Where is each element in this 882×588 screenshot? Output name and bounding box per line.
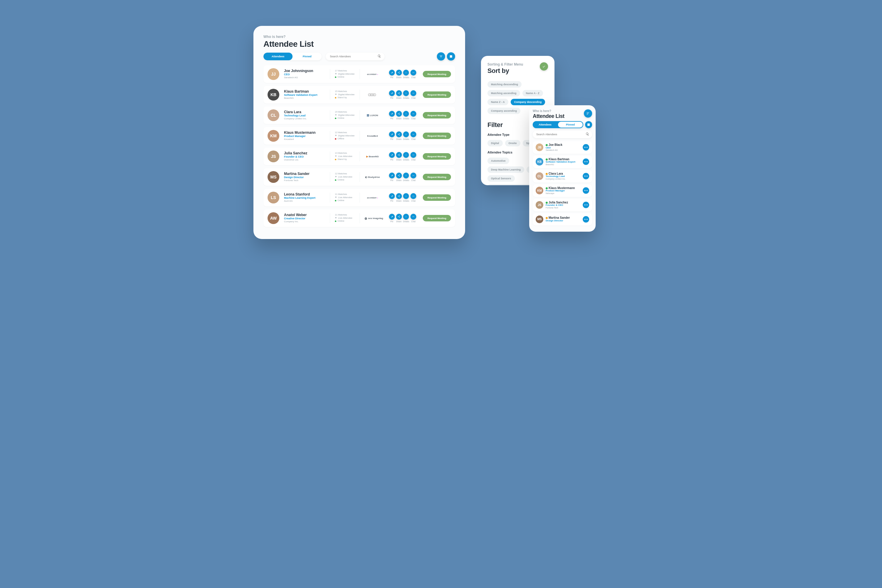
search-input[interactable] bbox=[329, 55, 375, 58]
chat-button[interactable] bbox=[410, 70, 416, 75]
share-button[interactable] bbox=[396, 172, 402, 178]
chat-button[interactable] bbox=[410, 90, 416, 96]
meta-matches: 15 Matches bbox=[335, 111, 355, 114]
more-button[interactable]: ⋯ bbox=[583, 187, 589, 194]
details-button[interactable] bbox=[403, 111, 409, 117]
mobile-filter-button[interactable] bbox=[584, 110, 592, 118]
separator bbox=[360, 152, 360, 161]
request-meeting-button[interactable]: Request Meeting bbox=[423, 153, 451, 160]
chat-button[interactable] bbox=[410, 131, 416, 137]
details-button[interactable] bbox=[403, 193, 409, 199]
tab-pinned[interactable]: Pinned bbox=[292, 52, 322, 60]
more-button[interactable]: ⋯ bbox=[583, 216, 589, 222]
more-button[interactable]: ⋯ bbox=[583, 202, 589, 208]
pin-button[interactable] bbox=[389, 152, 395, 158]
action-share: Share bbox=[396, 172, 402, 182]
svg-point-39 bbox=[412, 175, 413, 176]
search-icon[interactable] bbox=[378, 54, 381, 59]
request-meeting-button[interactable]: Request Meeting bbox=[423, 92, 451, 98]
meta-status: Online bbox=[335, 199, 355, 202]
chat-button[interactable] bbox=[410, 172, 416, 178]
details-button[interactable] bbox=[403, 152, 409, 158]
filter-option[interactable]: Optical Sensors bbox=[488, 175, 515, 182]
share-button[interactable] bbox=[396, 214, 402, 220]
avatar: JB bbox=[536, 144, 543, 151]
sort-option[interactable]: Name Z - A bbox=[488, 99, 508, 105]
pin-button[interactable] bbox=[389, 131, 395, 137]
row-actions: PinShareDetailsChat bbox=[389, 111, 416, 120]
filter-option[interactable]: Onsite bbox=[505, 140, 520, 146]
tab-attendees[interactable]: Attendees bbox=[263, 52, 292, 60]
meta-status: Online bbox=[335, 178, 355, 182]
share-button[interactable] bbox=[396, 131, 402, 137]
meta-mode: Digital Attendee bbox=[335, 93, 355, 96]
sort-option[interactable]: Company descending bbox=[511, 99, 545, 105]
more-button[interactable]: ⋯ bbox=[583, 173, 589, 179]
more-button[interactable]: ⋯ bbox=[583, 144, 589, 150]
filter-option[interactable]: Digital bbox=[488, 140, 503, 146]
pin-button[interactable] bbox=[389, 193, 395, 199]
mobile-tab-attendees[interactable]: Attendees bbox=[533, 121, 557, 128]
attendee-meta: 15 MatchesDigital AttendeeOnline bbox=[335, 111, 355, 120]
meta-mode: Digital Attendee bbox=[335, 134, 355, 138]
details-button[interactable] bbox=[403, 214, 409, 220]
request-meeting-button[interactable]: Request Meeting bbox=[423, 194, 451, 201]
chat-label: Chat bbox=[411, 220, 416, 222]
sort-option[interactable]: Matching descending bbox=[488, 81, 522, 88]
pin-label: Pin bbox=[390, 138, 393, 140]
details-button[interactable] bbox=[403, 131, 409, 137]
chat-button[interactable] bbox=[410, 193, 416, 199]
pin-button[interactable] bbox=[389, 111, 395, 117]
chat-button[interactable] bbox=[410, 111, 416, 117]
attendee-company: Overdrive Ltd. bbox=[284, 159, 325, 161]
contacts-button[interactable] bbox=[447, 52, 455, 61]
search-box[interactable] bbox=[326, 52, 384, 60]
svg-point-53 bbox=[412, 216, 413, 217]
mobile-tab-pinned[interactable]: Pinned bbox=[558, 122, 583, 128]
share-label: Share bbox=[396, 159, 402, 161]
filter-option[interactable]: Automotive bbox=[488, 158, 509, 164]
search-icon[interactable] bbox=[586, 132, 589, 137]
chat-button[interactable] bbox=[410, 152, 416, 158]
filter-option[interactable]: Deep Machine Learning bbox=[488, 166, 524, 173]
status-dot bbox=[546, 173, 548, 175]
details-button[interactable] bbox=[403, 172, 409, 178]
mobile-eyebrow: Who is here? bbox=[533, 110, 564, 112]
attendee-name: Klaus Mustermann bbox=[284, 131, 325, 135]
request-meeting-button[interactable]: Request Meeting bbox=[423, 112, 451, 118]
request-meeting-button[interactable]: Request Meeting bbox=[423, 133, 451, 139]
chat-button[interactable] bbox=[410, 214, 416, 220]
share-button[interactable] bbox=[396, 70, 402, 75]
request-meeting-button[interactable]: Request Meeting bbox=[423, 215, 451, 221]
pin-button[interactable] bbox=[389, 70, 395, 75]
meta-status: Online bbox=[335, 220, 355, 223]
mobile-search-box[interactable] bbox=[533, 130, 592, 138]
sort-option[interactable]: Matching ascending bbox=[488, 90, 520, 96]
action-share: Share bbox=[396, 131, 402, 140]
pin-button[interactable] bbox=[389, 214, 395, 220]
share-button[interactable] bbox=[396, 90, 402, 96]
details-button[interactable] bbox=[403, 70, 409, 75]
share-button[interactable] bbox=[396, 111, 402, 117]
request-meeting-button[interactable]: Request Meeting bbox=[423, 71, 451, 77]
sort-option[interactable]: Name A - Z bbox=[522, 90, 543, 96]
more-button[interactable]: ⋯ bbox=[583, 159, 589, 165]
details-label: Details bbox=[403, 118, 409, 120]
sort-option[interactable]: Company ascending bbox=[488, 108, 520, 114]
mobile-attendee-row: MSMartina SanderDesign Director⋯ bbox=[533, 213, 592, 225]
request-meeting-button[interactable]: Request Meeting bbox=[423, 174, 451, 180]
attendee-name: Martina Sander bbox=[284, 172, 325, 176]
action-pin: Pin bbox=[389, 214, 395, 222]
attendee-row: CLClara LaraTechnology LeadCompany Limit… bbox=[263, 106, 455, 124]
share-button[interactable] bbox=[396, 193, 402, 199]
mobile-search-input[interactable] bbox=[536, 133, 584, 136]
pin-button[interactable] bbox=[389, 90, 395, 96]
apply-filter-button[interactable] bbox=[540, 62, 548, 70]
attendee-role: Machine Learning Expert bbox=[284, 196, 325, 200]
share-button[interactable] bbox=[396, 152, 402, 158]
details-button[interactable] bbox=[403, 90, 409, 96]
action-details: Details bbox=[403, 90, 409, 99]
filter-button[interactable] bbox=[437, 52, 445, 61]
pin-button[interactable] bbox=[389, 172, 395, 178]
mobile-contacts-button[interactable] bbox=[585, 121, 592, 128]
